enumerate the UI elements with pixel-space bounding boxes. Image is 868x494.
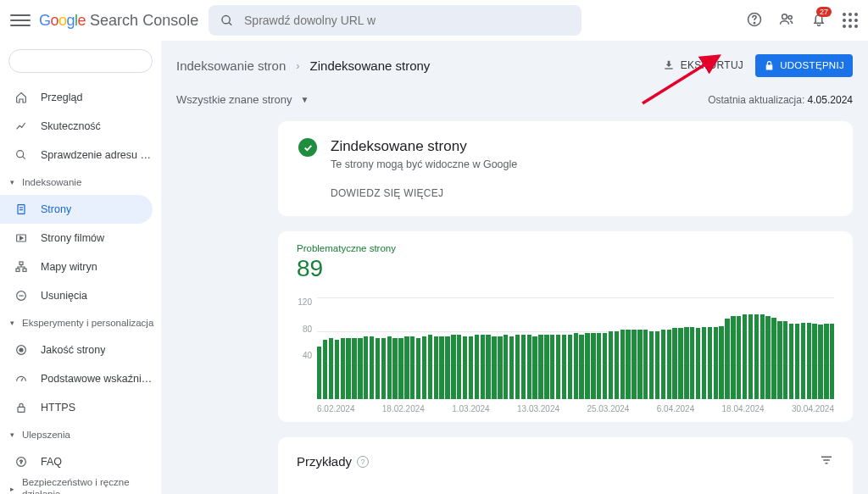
x-axis: 6.02.202418.02.20241.03.202413.03.202425…: [317, 404, 834, 414]
breadcrumb-parent[interactable]: Indeksowanie stron: [176, 58, 286, 73]
remove-icon: [14, 288, 29, 303]
svg-point-4: [782, 14, 787, 19]
chart-label: Problematyczne strony: [297, 243, 834, 253]
status-card: Zindeksowane strony Te strony mogą być w…: [278, 121, 853, 216]
section-indexing[interactable]: ▾Indeksowanie: [0, 169, 161, 195]
last-update-label: Ostatnia aktualizacja: 4.05.2024: [708, 94, 853, 106]
svg-line-7: [23, 157, 25, 159]
breadcrumb: Indeksowanie stron › Zindeksowane strony: [176, 58, 430, 73]
filter-icon[interactable]: [819, 452, 834, 470]
nav-faq[interactable]: ? FAQ: [0, 447, 153, 476]
svg-rect-14: [23, 269, 26, 271]
svg-text:?: ?: [19, 459, 23, 464]
nav-sitemaps[interactable]: Mapy witryn: [0, 253, 153, 281]
svg-point-18: [19, 348, 23, 352]
svg-point-5: [788, 15, 792, 19]
status-subtitle: Te strony mogą być widoczne w Google: [331, 158, 517, 170]
nav-performance[interactable]: Skuteczność: [0, 112, 153, 141]
svg-rect-13: [16, 269, 19, 271]
speed-icon: [14, 371, 29, 386]
sitemap-icon: [14, 259, 29, 275]
svg-rect-12: [19, 262, 23, 264]
chart-plot[interactable]: [317, 297, 834, 399]
nav-url-inspect[interactable]: Sprawdzenie adresu URL: [0, 141, 153, 169]
faq-icon: ?: [14, 454, 29, 469]
svg-rect-24: [665, 68, 672, 69]
breadcrumb-current: Zindeksowane strony: [310, 58, 431, 73]
chart-card: Problematyczne strony 89 1208040. 6.02.2…: [278, 231, 853, 422]
top-header: Google Search Console 27: [0, 0, 868, 41]
nav-page-quality[interactable]: Jakość strony: [0, 336, 153, 364]
url-search-bar[interactable]: [209, 5, 581, 36]
svg-line-1: [229, 22, 231, 25]
search-input[interactable]: [244, 14, 570, 27]
help-icon[interactable]: [746, 11, 763, 31]
nav-https[interactable]: HTTPS: [0, 393, 153, 422]
menu-icon[interactable]: [10, 10, 31, 31]
svg-rect-20: [18, 407, 25, 412]
status-title: Zindeksowane strony: [331, 138, 517, 155]
users-icon[interactable]: [778, 11, 795, 31]
sidebar: Przegląd Skuteczność Sprawdzenie adresu …: [0, 41, 161, 494]
y-axis: 1208040.: [297, 297, 317, 399]
svg-line-19: [21, 378, 23, 380]
share-button[interactable]: UDOSTĘPNIJ: [755, 54, 853, 77]
svg-point-3: [754, 22, 754, 23]
lock-icon: [764, 60, 775, 71]
chart-icon: [14, 119, 29, 134]
svg-rect-27: [826, 463, 828, 464]
product-name: Search Console: [90, 12, 198, 30]
section-security[interactable]: ▸Bezpieczeństwo i ręczne działania: [0, 476, 161, 494]
filter-dropdown[interactable]: Wszystkie znane strony ▼: [176, 93, 309, 106]
notifications-icon[interactable]: 27: [810, 11, 827, 31]
examples-card: Przykłady ? URL ↓ Ostatnie zindeksowanie: [278, 437, 853, 494]
nav-video-pages[interactable]: Strony filmów: [0, 224, 153, 253]
search-icon: [220, 14, 234, 28]
main-content: Indeksowanie stron › Zindeksowane strony…: [161, 41, 868, 494]
pages-icon: [14, 202, 29, 217]
download-icon: [662, 58, 676, 72]
help-icon[interactable]: ?: [357, 456, 369, 468]
check-icon: [298, 138, 317, 157]
svg-rect-26: [823, 459, 830, 461]
svg-rect-25: [821, 457, 832, 458]
nav-overview[interactable]: Przegląd: [0, 83, 153, 112]
nav-removals[interactable]: Usunięcia: [0, 281, 153, 310]
lock-icon: [14, 400, 29, 415]
product-logo[interactable]: Google Search Console: [39, 12, 198, 30]
svg-rect-8: [18, 205, 25, 214]
property-selector[interactable]: [8, 49, 153, 73]
learn-more-link[interactable]: DOWIEDZ SIĘ WIĘCEJ: [331, 187, 832, 199]
export-button[interactable]: EKSPORTUJ: [662, 58, 744, 72]
search-icon: [14, 147, 29, 163]
chart-value: 89: [297, 255, 834, 282]
section-enhance[interactable]: ▾Ulepszenia: [0, 422, 161, 447]
apps-icon[interactable]: [843, 13, 858, 28]
quality-icon: [14, 342, 29, 358]
home-icon: [14, 90, 29, 105]
svg-point-6: [17, 151, 24, 158]
section-experience[interactable]: ▾Eksperymenty i personalizacja: [0, 310, 161, 336]
svg-point-0: [222, 15, 230, 23]
nav-cwv[interactable]: Podstawowe wskaźniki i...: [0, 364, 153, 393]
chevron-right-icon: ›: [296, 59, 299, 72]
chevron-down-icon: ▼: [301, 95, 309, 104]
examples-title: Przykłady: [297, 454, 352, 469]
video-icon: [14, 230, 29, 246]
notification-badge: 27: [816, 7, 832, 17]
nav-pages[interactable]: Strony: [0, 195, 153, 224]
